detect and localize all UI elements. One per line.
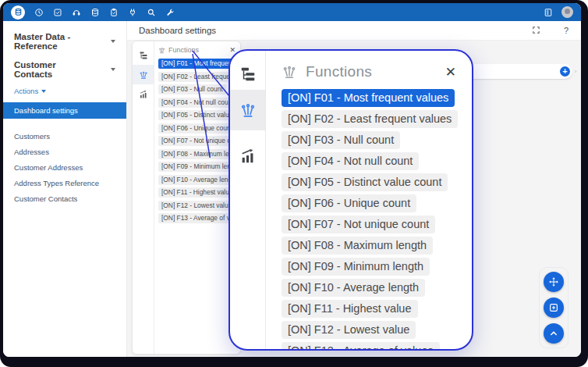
functions-crown-icon [158,47,165,54]
chevron-down-icon [41,90,46,93]
topbar [3,3,581,21]
sidebar: Master Data - Reference Customer Contact… [3,21,127,357]
entity-selector-label: Customer Contacts [14,60,94,79]
functions-panel: Functions ✕ [ON] F01 - Most frequent val… [132,41,241,355]
actions-menu[interactable]: Actions [3,84,126,95]
popup-header: Functions ✕ [282,63,467,80]
functions-popup: Functions ✕ [ON] F01 - Most frequent val… [228,49,473,351]
function-item[interactable]: [ON] F13 - Average of values [282,342,440,349]
database-icon[interactable] [90,7,100,17]
sidebar-item[interactable]: Customer Addresses [3,159,126,175]
chevron-down-icon [111,40,115,43]
wrench-icon[interactable] [165,7,175,17]
function-item[interactable]: [ON] F06 - Unique count [282,194,416,212]
add-widget-button[interactable]: + [560,66,570,77]
floating-action-buttons [539,267,569,348]
functions-list-popup: [ON] F01 - Most frequent values[ON] F02 … [282,89,467,349]
tree-hierarchy-icon[interactable] [230,63,265,85]
function-item[interactable]: [ON] F01 - Most frequent values [282,89,455,107]
panel-body: Functions ✕ [ON] F01 - Most frequent val… [154,41,240,354]
main-titlebar: Dashboard settings ? [127,21,581,41]
clipboard-check-icon[interactable] [108,7,119,17]
function-item[interactable]: [ON] F09 - Minimum length [282,258,430,276]
function-item[interactable]: [ON] F06 - Unique count [158,123,236,134]
add-box-icon[interactable] [544,298,564,318]
move-icon[interactable] [544,272,564,292]
function-item[interactable]: [ON] F12 - Lowest value [158,201,235,211]
headset-icon[interactable] [71,7,81,17]
workspace-selector[interactable]: Master Data - Reference [3,27,126,56]
chevron-right-icon[interactable]: › [572,68,579,75]
actions-label: Actions [14,87,38,95]
sidebar-item[interactable]: Customers [3,128,126,144]
tree-hierarchy-icon[interactable] [133,45,154,65]
close-icon[interactable]: ✕ [445,64,456,80]
chart-icon[interactable] [133,84,154,104]
panel-title: Functions [168,46,199,54]
popup-title: Functions [306,63,372,80]
function-item[interactable]: [ON] F05 - Distinct value count [282,173,448,191]
logo-database-icon[interactable] [11,5,25,20]
function-item[interactable]: [ON] F04 - Not null count [282,152,419,170]
function-item[interactable]: [ON] F11 - Highest value [158,187,236,198]
dashboard-settings-content: + › [127,41,581,357]
user-avatar[interactable] [561,6,573,18]
function-item[interactable]: [ON] F03 - Null count [158,84,226,94]
function-item[interactable]: [ON] F08 - Maximum length [282,237,433,255]
functions-crown-icon[interactable] [133,65,154,84]
sidebar-item[interactable]: Address Types Reference [3,175,126,191]
functions-crown-icon[interactable] [230,90,265,130]
function-item[interactable]: [ON] F02 - Least frequent values [282,110,458,128]
popup-body: Functions ✕ [ON] F01 - Most frequent val… [266,51,472,349]
function-item[interactable]: [ON] F12 - Lowest value [282,321,416,339]
screenshot-frame: Master Data - Reference Customer Contact… [0,0,588,367]
clock-icon[interactable] [34,7,44,17]
help-icon[interactable]: ? [564,26,569,35]
sidebar-item-dashboard-settings[interactable]: Dashboard settings [3,102,126,119]
panel-icon-rail [133,41,154,354]
app-window: Master Data - Reference Customer Contact… [3,3,581,357]
fullscreen-icon[interactable] [532,23,540,37]
function-item[interactable]: [ON] F10 - Average length [282,279,425,297]
form-list-icon[interactable] [543,7,553,17]
functions-crown-icon [282,64,297,80]
function-item[interactable]: [ON] F11 - Highest value [282,300,418,318]
search-icon[interactable] [146,7,156,17]
main-area: Dashboard settings ? + › [127,21,581,357]
function-item[interactable]: [ON] F03 - Null count [282,131,400,149]
plug-icon[interactable] [127,7,137,17]
page-title: Dashboard settings [139,26,216,35]
workspace-selector-label: Master Data - Reference [14,32,94,51]
entity-selector[interactable]: Customer Contacts [3,56,126,84]
task-check-icon[interactable] [52,7,62,17]
sidebar-item[interactable]: Addresses [3,144,126,159]
sidebar-item[interactable]: Customer Contacts [3,191,126,206]
function-item[interactable]: [ON] F04 - Not null count [158,98,237,108]
chart-icon[interactable] [230,144,265,168]
chevron-down-icon [111,68,115,71]
sidebar-entity-list: CustomersAddressesCustomer AddressesAddr… [3,128,126,206]
popup-icon-rail [230,51,266,349]
panel-header: Functions ✕ [158,45,240,55]
function-item[interactable]: [ON] F07 - Not unique count [282,216,435,233]
chevron-up-icon[interactable] [544,323,564,344]
